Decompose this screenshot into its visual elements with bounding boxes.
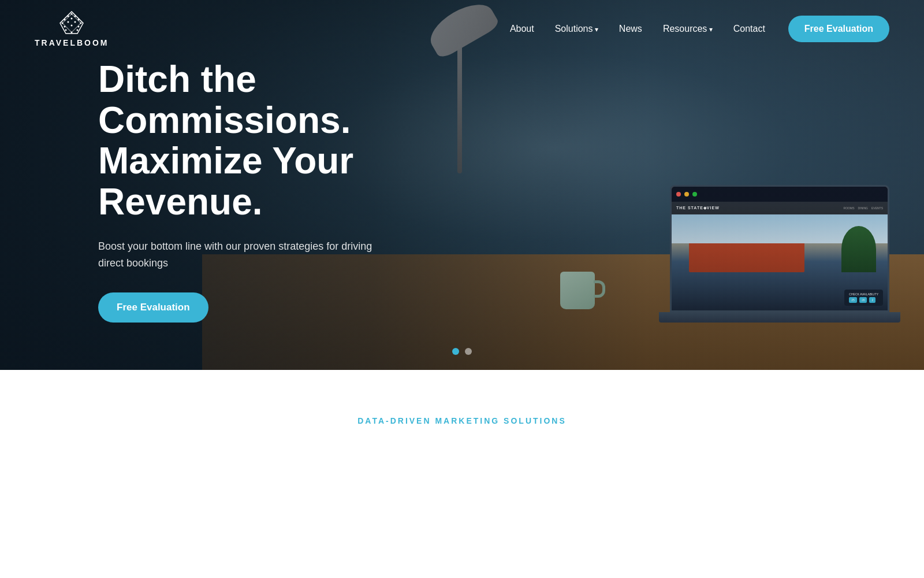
nav-free-evaluation-button[interactable]: Free Evaluation	[788, 16, 889, 42]
nav-item-news[interactable]: News	[619, 24, 642, 34]
main-nav: TRAVELBOOM About Solutions News Resource…	[0, 0, 924, 58]
svg-point-6	[71, 18, 73, 20]
svg-marker-0	[60, 12, 83, 34]
svg-point-14	[64, 26, 66, 28]
svg-point-9	[74, 21, 76, 23]
nav-item-solutions[interactable]: Solutions	[555, 24, 598, 34]
nav-link-news[interactable]: News	[619, 24, 642, 34]
svg-point-17	[71, 32, 73, 34]
slide-dot-2[interactable]	[465, 348, 472, 355]
below-hero-section: DATA-DRIVEN MARKETING SOLUTIONS	[0, 370, 924, 578]
svg-point-5	[78, 19, 80, 21]
nav-links: About Solutions News Resources Contact	[510, 24, 765, 34]
hero-content: Ditch the Commissions. Maximize Your Rev…	[0, 47, 375, 322]
logo[interactable]: TRAVELBOOM	[35, 10, 109, 47]
svg-point-10	[68, 21, 69, 23]
svg-point-2	[71, 13, 73, 15]
nav-link-about[interactable]: About	[510, 24, 534, 34]
hero-free-evaluation-button[interactable]: Free Evaluation	[98, 292, 208, 323]
svg-point-15	[77, 29, 79, 31]
svg-point-8	[80, 23, 82, 24]
svg-point-7	[64, 19, 66, 21]
slide-dot-1[interactable]	[452, 348, 459, 355]
headline-line4: Revenue.	[98, 181, 263, 223]
svg-point-13	[71, 25, 73, 27]
section-eyebrow: DATA-DRIVEN MARKETING SOLUTIONS	[357, 416, 567, 425]
nav-link-resources[interactable]: Resources	[663, 24, 713, 34]
svg-point-3	[74, 16, 76, 17]
nav-link-contact[interactable]: Contact	[733, 24, 765, 34]
nav-link-solutions[interactable]: Solutions	[555, 24, 598, 34]
svg-point-4	[68, 16, 69, 17]
hero-subtext: Boost your bottom line with our proven s…	[98, 238, 375, 272]
logo-text: TRAVELBOOM	[35, 38, 109, 47]
nav-item-resources[interactable]: Resources	[663, 24, 713, 34]
nav-item-about[interactable]: About	[510, 24, 534, 34]
slider-dots	[452, 348, 472, 355]
svg-point-16	[65, 29, 67, 31]
svg-point-12	[78, 26, 80, 28]
headline-line2: Commissions.	[98, 99, 351, 141]
headline-line3: Maximize Your	[98, 140, 353, 181]
headline-line1: Ditch the	[98, 58, 256, 100]
nav-item-contact[interactable]: Contact	[733, 24, 765, 34]
hero-headline: Ditch the Commissions. Maximize Your Rev…	[98, 59, 375, 222]
svg-point-11	[62, 23, 64, 24]
